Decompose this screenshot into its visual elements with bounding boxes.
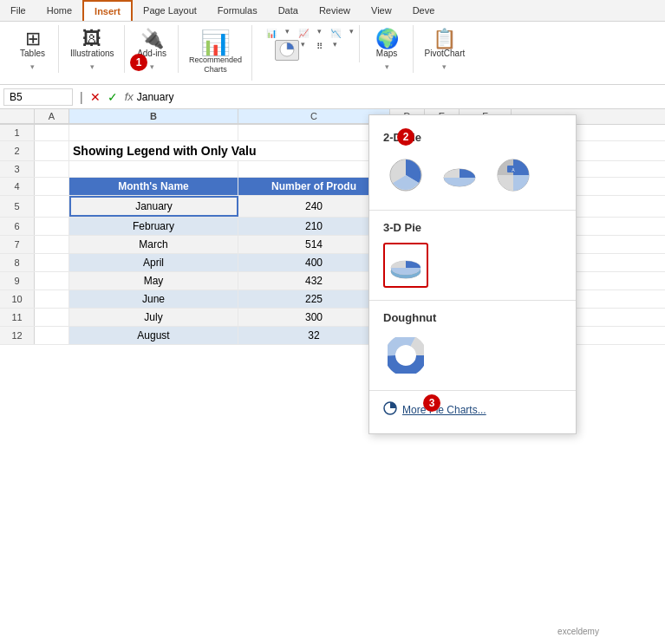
cell-c6[interactable]: 210 [238, 218, 390, 235]
cell-b1[interactable] [69, 125, 238, 140]
tab-review[interactable]: Review [309, 0, 361, 21]
tab-view[interactable]: View [361, 0, 402, 21]
watermark-area: exceldemy [492, 618, 665, 644]
cell-a8[interactable] [35, 254, 69, 271]
pivotchart-arrow: ▾ [442, 62, 447, 71]
tables-button[interactable]: ⊞ Tables [16, 27, 50, 61]
cell-reference-input[interactable] [3, 88, 73, 106]
ribbon-tabs: File Home Insert Page Layout Formulas Da… [0, 0, 665, 22]
cell-b5-january[interactable]: January [69, 196, 238, 217]
tab-home[interactable]: Home [36, 0, 82, 21]
recommended-charts-button[interactable]: 📊 Recommended Charts [186, 27, 246, 79]
cell-a10[interactable] [35, 290, 69, 308]
cell-c12[interactable]: 32 [238, 327, 390, 344]
cell-c8[interactable]: 400 [238, 254, 390, 271]
maps-button[interactable]: 🌍 Maps [369, 27, 404, 61]
tab-insert[interactable]: Insert [82, 0, 133, 21]
recommended-charts-icon: 📊 [200, 31, 231, 55]
cell-b6-february[interactable]: February [69, 218, 238, 235]
col-header-b[interactable]: B [69, 109, 238, 124]
ribbon: File Home Insert Page Layout Formulas Da… [0, 0, 665, 85]
maps-arrow: ▾ [385, 62, 389, 71]
col-header-a[interactable]: A [35, 109, 69, 124]
tab-formulas[interactable]: Formulas [207, 0, 268, 21]
tab-page-layout[interactable]: Page Layout [133, 0, 207, 21]
badge-2: 2 [397, 128, 414, 146]
col-header-c[interactable]: C [238, 109, 390, 124]
pivotchart-icon: 📋 [433, 29, 456, 49]
cell-a6[interactable] [35, 218, 69, 235]
illustrations-arrow: ▾ [90, 62, 95, 71]
badge-3: 3 [423, 394, 440, 412]
tab-deve[interactable]: Deve [402, 0, 446, 21]
cell-b11-july[interactable]: July [69, 309, 238, 326]
cell-c11[interactable]: 300 [238, 309, 390, 326]
section-doughnut-title: Doughnut [369, 304, 576, 329]
formula-bar-check: ✓ [108, 90, 118, 104]
row-num-4: 4 [0, 178, 35, 195]
title-cell[interactable]: Showing Legend with Only Valu [69, 141, 390, 160]
cell-a5[interactable] [35, 196, 69, 217]
pie-arrow: ▾ [301, 40, 305, 61]
tables-icon: ⊞ [25, 29, 41, 49]
cell-b12-august[interactable]: August [69, 327, 238, 344]
formula-fx-label: fx [125, 90, 134, 103]
3d-pie-option-1[interactable] [383, 243, 428, 288]
more-pie-charts-link[interactable]: More Pie Charts... [369, 394, 576, 425]
column-chart-btn[interactable]: 📊 [259, 27, 284, 40]
cell-a1[interactable] [35, 125, 69, 140]
header-products[interactable]: Number of Produ [238, 178, 390, 195]
bar-arrow: ▾ [317, 27, 322, 40]
cell-a2[interactable] [35, 141, 69, 160]
2d-pie-option-3[interactable]: A [491, 153, 536, 198]
ribbon-group-illustrations: 🖼 Illustrations ▾ [61, 25, 125, 73]
ribbon-group-charts: 📊 ▾ 📈 ▾ 📉 ▾ ▾ ⠿ [254, 25, 360, 62]
svg-point-13 [399, 348, 413, 362]
bar-chart-icon: 📈 [298, 29, 309, 38]
pie-chart-icon [279, 42, 295, 59]
pie-chart-btn[interactable] [275, 40, 299, 61]
2d-pie-option-1[interactable] [383, 153, 428, 198]
cell-b10-june[interactable]: June [69, 290, 238, 308]
cell-c7[interactable]: 514 [238, 236, 390, 253]
illustrations-icon: 🖼 [82, 29, 101, 49]
pivotchart-button[interactable]: 📋 PivotChart [421, 27, 470, 61]
cell-a3[interactable] [35, 161, 69, 177]
cell-a11[interactable] [35, 309, 69, 326]
doughnut-option-1[interactable] [383, 333, 428, 378]
scatter-chart-btn[interactable]: ⠿ [307, 40, 331, 61]
ribbon-group-tables: ⊞ Tables ▾ [7, 25, 59, 73]
cell-b3[interactable] [69, 161, 238, 177]
2d-pie-option-2[interactable] [437, 153, 482, 198]
cell-b8-april[interactable]: April [69, 254, 238, 271]
watermark-text: exceldemy [557, 627, 599, 636]
cell-c10[interactable]: 225 [238, 290, 390, 308]
cell-a7[interactable] [35, 236, 69, 253]
combo-chart-btn[interactable]: 📉 [323, 27, 348, 40]
more-charts-label: More Pie Charts... [402, 404, 486, 416]
cell-c3[interactable] [238, 161, 390, 177]
cell-a4[interactable] [35, 178, 69, 195]
divider-2 [369, 300, 576, 301]
row-num-8: 8 [0, 254, 35, 271]
cell-c5[interactable]: 240 [238, 196, 390, 217]
ribbon-group-rec-charts: 📊 Recommended Charts [180, 25, 252, 81]
cell-b7-march[interactable]: March [69, 236, 238, 253]
cell-b9-may[interactable]: May [69, 272, 238, 289]
bar-chart-btn[interactable]: 📈 [291, 27, 316, 40]
formula-bar-value: January [137, 91, 662, 103]
col-arrow: ▾ [285, 27, 290, 40]
cell-a12[interactable] [35, 327, 69, 344]
charts-row-1: 📊 ▾ 📈 ▾ 📉 ▾ [259, 27, 354, 40]
cell-a9[interactable] [35, 272, 69, 289]
cell-c1[interactable] [238, 125, 390, 140]
tab-data[interactable]: Data [268, 0, 309, 21]
ribbon-group-maps: 🌍 Maps ▾ [362, 25, 414, 73]
tab-file[interactable]: File [0, 0, 36, 21]
cell-c9[interactable]: 432 [238, 272, 390, 289]
pie-chart-dropdown: 2-D Pie [368, 114, 577, 434]
header-month[interactable]: Month's Name [69, 178, 238, 195]
charts-row-2: ▾ ⠿ ▾ [275, 40, 337, 61]
ribbon-group-pivotchart: 📋 PivotChart ▾ [415, 25, 475, 73]
illustrations-button[interactable]: 🖼 Illustrations [66, 27, 119, 61]
